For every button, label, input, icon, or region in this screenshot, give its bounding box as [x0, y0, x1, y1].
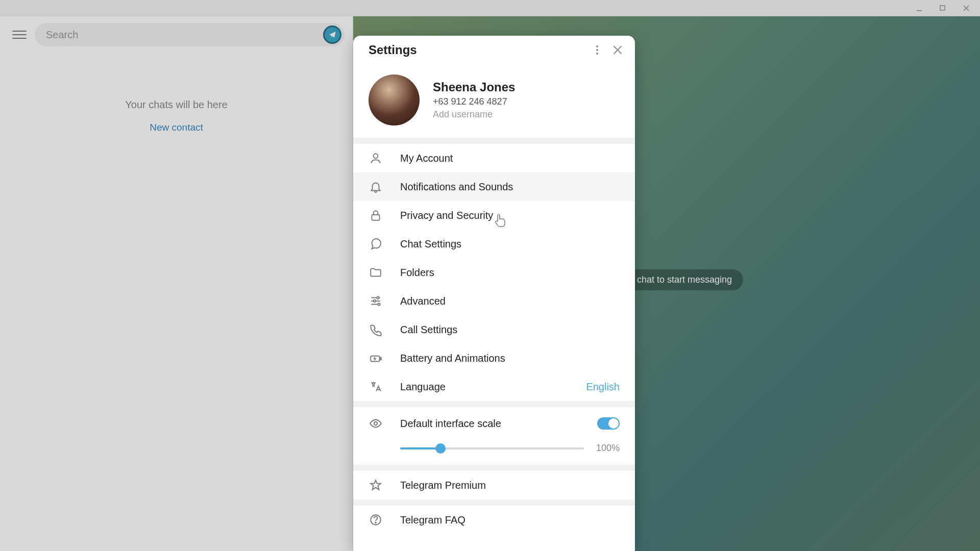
settings-item-premium[interactable]: Telegram Premium	[353, 471, 635, 499]
svg-point-12	[374, 422, 378, 425]
profile-section[interactable]: Sheena Jones +63 912 246 4827 Add userna…	[353, 64, 635, 138]
slider-thumb[interactable]	[435, 443, 446, 454]
interface-scale-toggle[interactable]	[597, 417, 620, 430]
settings-item-battery[interactable]: Battery and Animations	[353, 344, 635, 372]
svg-rect-6	[372, 215, 379, 220]
translate-icon	[369, 380, 383, 394]
settings-item-folders[interactable]: Folders	[353, 258, 635, 287]
section-divider	[353, 465, 635, 471]
settings-item-my-account[interactable]: My Account	[353, 144, 635, 172]
settings-item-label: Telegram Premium	[400, 480, 620, 491]
settings-item-label: Battery and Animations	[400, 353, 620, 364]
svg-point-4	[596, 53, 598, 55]
settings-item-notifications[interactable]: Notifications and Sounds	[353, 172, 635, 201]
svg-point-5	[374, 154, 378, 158]
settings-item-label: Chat Settings	[400, 238, 620, 250]
svg-point-9	[378, 303, 380, 305]
settings-item-calls[interactable]: Call Settings	[353, 315, 635, 344]
battery-icon	[369, 351, 383, 365]
settings-item-label: Advanced	[400, 295, 620, 307]
settings-item-privacy[interactable]: Privacy and Security	[353, 201, 635, 230]
account-icon	[369, 151, 383, 165]
settings-item-label: My Account	[400, 153, 620, 164]
interface-scale-value: 100%	[594, 443, 620, 454]
section-divider	[353, 138, 635, 144]
settings-item-label: Folders	[400, 267, 620, 279]
settings-item-label: Telegram FAQ	[400, 514, 620, 526]
settings-item-advanced[interactable]: Advanced	[353, 287, 635, 315]
profile-name: Sheena Jones	[433, 80, 515, 94]
section-divider	[353, 499, 635, 506]
settings-item-label: Language	[400, 381, 569, 393]
settings-modal: Settings Sheena Jones +63 912 246 4827 A…	[353, 36, 635, 551]
folder-icon	[369, 265, 383, 280]
bell-icon	[369, 180, 383, 194]
svg-point-7	[377, 296, 379, 298]
more-options-button[interactable]	[587, 40, 607, 60]
interface-scale-slider[interactable]	[400, 447, 584, 449]
settings-item-label: Notifications and Sounds	[400, 181, 620, 193]
interface-scale-label: Default interface scale	[400, 418, 580, 430]
section-divider	[353, 401, 635, 407]
svg-point-2	[596, 45, 598, 47]
sliders-icon	[369, 294, 383, 308]
settings-title: Settings	[369, 43, 587, 57]
settings-item-language[interactable]: Language English	[353, 372, 635, 401]
settings-item-label: Privacy and Security	[400, 210, 620, 221]
svg-point-8	[374, 300, 376, 302]
phone-icon	[369, 322, 383, 337]
settings-item-chat[interactable]: Chat Settings	[353, 230, 635, 258]
svg-rect-11	[380, 358, 381, 360]
star-icon	[369, 478, 383, 492]
svg-point-3	[596, 49, 598, 51]
close-modal-button[interactable]	[607, 40, 628, 60]
profile-phone: +63 912 246 4827	[433, 96, 515, 107]
settings-item-label: Call Settings	[400, 324, 620, 336]
avatar	[369, 74, 420, 126]
lock-icon	[369, 208, 383, 222]
settings-item-faq[interactable]: Telegram FAQ	[353, 506, 635, 534]
add-username-link[interactable]: Add username	[433, 109, 515, 120]
chat-icon	[369, 237, 383, 251]
help-icon	[369, 513, 383, 527]
svg-point-14	[375, 522, 376, 523]
language-value: English	[586, 381, 620, 393]
eye-icon	[369, 416, 383, 431]
